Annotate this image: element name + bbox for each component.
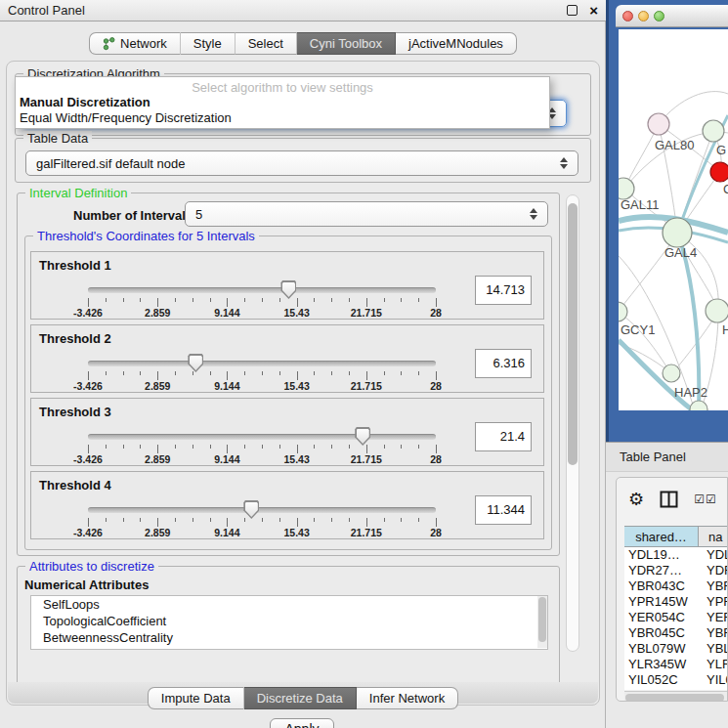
tab-impute-data[interactable]: Impute Data xyxy=(148,687,244,709)
tab-select[interactable]: Select xyxy=(236,32,297,55)
algorithm-option-equal-width[interactable]: Equal Width/Frequency Discretization xyxy=(16,110,549,126)
list-item[interactable]: TopologicalCoefficient xyxy=(31,613,547,629)
network-node xyxy=(663,364,680,382)
cell-shared-name: YER054C xyxy=(624,610,699,625)
column-header-shared[interactable]: shared… xyxy=(624,527,699,546)
slider-handle[interactable] xyxy=(280,280,296,299)
cell-shared-name: YLR345W xyxy=(624,657,699,672)
threshold-coordinates-group-title: Threshold's Coordinates for 5 Intervals xyxy=(33,229,259,243)
tab-impute-data-label: Impute Data xyxy=(161,688,231,708)
algorithm-option-manual[interactable]: Manual Discretization xyxy=(16,95,549,110)
threshold-slider[interactable]: -3.4262.8599.14415.4321.71528 xyxy=(88,399,436,467)
pane-scrollbar-thumb[interactable] xyxy=(568,203,578,465)
tab-jactivemnodules[interactable]: jActiveMNodules xyxy=(396,32,517,55)
table-row[interactable]: YLR345W YLR3 xyxy=(624,657,728,672)
tab-network[interactable]: Network xyxy=(89,32,181,55)
cell-name: YDL1 xyxy=(699,547,728,563)
float-window-icon[interactable] xyxy=(567,5,578,16)
table-row[interactable]: YPR145W YPR1 xyxy=(624,594,728,610)
list-item[interactable]: SelfLoops xyxy=(31,596,547,613)
pane-scrollbar[interactable] xyxy=(566,194,579,652)
cell-name: YBR0 xyxy=(699,578,728,594)
combo-stepper-icon xyxy=(560,157,568,169)
threshold-slider[interactable]: -3.4262.8599.14415.4321.71528 xyxy=(88,252,436,321)
network-node-label: HAP2 xyxy=(674,385,707,400)
network-node xyxy=(648,113,669,135)
table-row[interactable]: YDL19… YDL1 xyxy=(624,547,728,563)
checkbox-icons[interactable]: ☑☑ xyxy=(694,492,717,506)
threshold-slider[interactable]: -3.4262.8599.14415.4321.71528 xyxy=(88,325,436,394)
table-panel-title: Table Panel xyxy=(620,450,686,464)
column-header-name[interactable]: na xyxy=(699,527,728,546)
slider-track[interactable] xyxy=(88,287,436,293)
threshold-card: Threshold 1 -3.4262.8599.14415.4321.7152… xyxy=(30,251,544,320)
tab-cyni-toolbox-label: Cyni Toolbox xyxy=(310,33,382,54)
cell-name: YBR0 xyxy=(699,625,728,641)
cell-name: YBL0 xyxy=(699,641,728,657)
tab-discretize-data-label: Discretize Data xyxy=(257,688,343,708)
slider-handle[interactable] xyxy=(188,354,203,372)
combo-stepper-icon xyxy=(530,208,537,220)
threshold-slider[interactable]: -3.4262.8599.14415.4321.71528 xyxy=(88,472,436,540)
slider-track[interactable] xyxy=(88,507,436,513)
gear-icon[interactable]: ⚙ xyxy=(628,491,644,508)
algorithm-popup-prompt: Select algorithm to view settings xyxy=(16,77,549,95)
network-canvas[interactable]: GAL80GCGAL11GAL4GCY1HHAP2 xyxy=(619,29,728,410)
top-tab-bar: Network Style Select Cyni Toolbox jActiv… xyxy=(0,32,606,55)
slider-handle[interactable] xyxy=(355,427,370,446)
control-panel-titlebar: Control Panel × xyxy=(0,0,606,21)
table-data-group: Table Data galFiltered.sif default node xyxy=(15,138,591,183)
tab-jactivemnodules-label: jActiveMNodules xyxy=(408,33,503,54)
cell-name: YIL0 xyxy=(699,672,728,688)
table-row[interactable]: YER054C YER0 xyxy=(624,610,728,625)
close-icon[interactable]: × xyxy=(589,5,598,16)
slider-ticks xyxy=(88,371,436,380)
network-node xyxy=(703,120,724,142)
tab-select-label: Select xyxy=(248,33,283,54)
table-row[interactable]: YBR045C YBR0 xyxy=(624,625,728,641)
cell-shared-name: YDR27… xyxy=(624,563,699,578)
algorithm-dropdown-popup: Select algorithm to view settings Manual… xyxy=(15,76,550,129)
network-node xyxy=(706,299,728,322)
threshold-value-field[interactable]: 21.4 xyxy=(475,422,532,451)
tab-style[interactable]: Style xyxy=(181,32,236,55)
close-traffic-light-icon[interactable] xyxy=(622,11,633,21)
number-of-intervals-combobox[interactable]: 5 xyxy=(185,201,548,227)
table-row[interactable]: YDR27… YDR2 xyxy=(624,563,728,578)
network-tab-icon xyxy=(103,37,115,51)
minimize-traffic-light-icon[interactable] xyxy=(638,11,649,21)
slider-tick-labels: -3.4262.8599.14415.4321.71528 xyxy=(88,380,436,392)
numerical-attributes-label: Numerical Attributes xyxy=(24,578,149,592)
list-item[interactable]: BetweennessCentrality xyxy=(31,629,547,646)
interval-definition-group-title: Interval Definition xyxy=(25,186,131,200)
cell-name: YPR1 xyxy=(699,594,728,610)
table-panel-toolbar: ⚙ ☑☑ xyxy=(617,478,728,521)
tab-infer-network-label: Infer Network xyxy=(369,688,445,708)
table-data-combobox[interactable]: galFiltered.sif default node xyxy=(25,150,578,176)
table-row[interactable]: YBL079W YBL0 xyxy=(624,641,728,657)
table-horizontal-scrollbar[interactable] xyxy=(624,691,728,702)
tab-infer-network[interactable]: Infer Network xyxy=(357,687,458,709)
table-scrollbar-thumb[interactable] xyxy=(625,694,724,702)
apply-button[interactable]: Apply xyxy=(270,718,334,728)
slider-handle[interactable] xyxy=(243,500,259,519)
list-scrollbar[interactable] xyxy=(537,596,547,648)
zoom-traffic-light-icon[interactable] xyxy=(654,11,664,21)
numerical-attributes-list[interactable]: SelfLoopsTopologicalCoefficientBetweenne… xyxy=(30,595,548,650)
network-node xyxy=(619,302,627,321)
slider-track[interactable] xyxy=(88,434,436,440)
tab-cyni-toolbox[interactable]: Cyni Toolbox xyxy=(297,32,396,55)
cell-shared-name: YBR043C xyxy=(624,578,699,594)
slider-ticks xyxy=(88,298,436,307)
slider-ticks xyxy=(88,518,436,527)
threshold-value-field[interactable]: 11.344 xyxy=(475,495,532,525)
table-row[interactable]: YBR043C YBR0 xyxy=(624,578,728,594)
threshold-value-field[interactable]: 14.713 xyxy=(475,276,532,305)
table-data-group-title: Table Data xyxy=(23,131,92,146)
threshold-value-field[interactable]: 6.316 xyxy=(475,349,532,378)
tab-discretize-data[interactable]: Discretize Data xyxy=(244,687,357,709)
cell-name: YER0 xyxy=(699,610,728,625)
slider-track[interactable] xyxy=(88,361,436,366)
split-columns-icon[interactable] xyxy=(660,491,678,508)
table-row[interactable]: YIL052C YIL0 xyxy=(624,672,728,688)
